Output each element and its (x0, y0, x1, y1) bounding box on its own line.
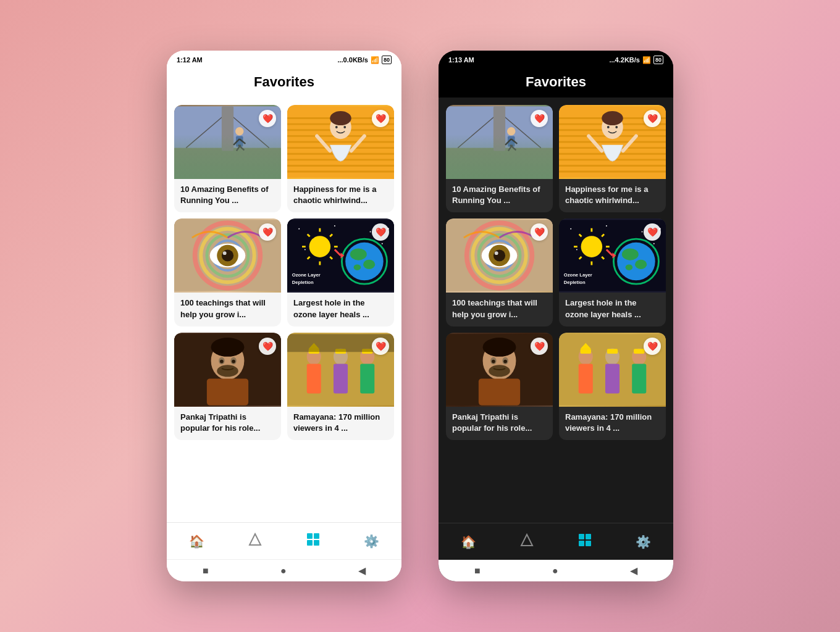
nav-categories-light[interactable] (241, 530, 269, 552)
svg-point-6 (235, 127, 243, 135)
svg-point-42 (370, 231, 371, 233)
svg-rect-177 (586, 534, 591, 539)
signal-dark: 📶 (642, 56, 651, 64)
nav-categories-dark[interactable] (513, 531, 541, 552)
svg-marker-175 (521, 534, 532, 546)
svg-rect-91 (446, 148, 553, 178)
card-running-2[interactable]: ❤️ 10 Amazing Benefits of Running You ..… (446, 105, 553, 212)
home-btn-dark[interactable]: ● (552, 565, 558, 576)
svg-point-135 (576, 249, 578, 251)
nav-favorites-light[interactable] (299, 530, 327, 552)
heart-btn-pankaj-1[interactable]: ❤️ (259, 338, 276, 355)
card-image-ozone-1: Ozone Layer Depletion ❤️ (287, 218, 394, 293)
favorites-icon-dark (578, 533, 592, 550)
svg-point-96 (507, 127, 515, 135)
settings-icon-dark: ⚙️ (636, 534, 651, 549)
card-title-ozone-2: Largest hole in the ozone layer heals ..… (559, 293, 666, 326)
nav-home-light[interactable]: 🏠 (182, 531, 212, 551)
svg-point-73 (217, 365, 238, 376)
svg-rect-68 (207, 378, 248, 405)
battery-light: 80 (382, 56, 392, 64)
svg-point-43 (382, 243, 383, 244)
back-btn-light[interactable]: ◀ (358, 565, 366, 576)
time-light: 1:12 AM (177, 56, 203, 64)
card-teachings-1[interactable]: ❤️ 100 teachings that will help you grow… (174, 218, 281, 326)
card-title-pankaj-1: Pankaj Tripathi is popular for his role.… (174, 407, 281, 440)
svg-point-117 (607, 126, 610, 128)
svg-point-56 (350, 249, 367, 260)
categories-icon-dark (520, 533, 534, 550)
phone-light: 1:12 AM ...0.0KB/s 📶 80 Favorites (167, 51, 401, 581)
heart-btn-running-2[interactable]: ❤️ (531, 110, 548, 127)
svg-rect-173 (632, 364, 646, 393)
heart-btn-running-1[interactable]: ❤️ (259, 110, 276, 127)
svg-text:Ozone Layer: Ozone Layer (564, 272, 592, 278)
card-running-1[interactable]: ❤️ 10 Amazing Benefits of Running You ..… (174, 105, 281, 212)
android-nav-light: ■ ● ◀ (167, 559, 401, 581)
card-image-ramayana-2: ❤️ (559, 333, 666, 407)
nav-settings-dark[interactable]: ⚙️ (628, 532, 658, 552)
card-happiness-2[interactable]: ❤️ Happiness for me is a chaotic whirlwi… (559, 105, 666, 212)
stop-btn-light[interactable]: ■ (203, 565, 209, 576)
card-teachings-2[interactable]: ❤️ 100 teachings that will help you grow… (446, 218, 553, 326)
svg-rect-167 (581, 349, 591, 354)
stop-btn-dark[interactable]: ■ (474, 565, 481, 576)
svg-point-46 (309, 236, 331, 258)
svg-point-71 (220, 359, 224, 363)
back-btn-dark[interactable]: ◀ (630, 565, 637, 576)
svg-rect-89 (314, 540, 319, 546)
card-title-ramayana-1: Ramayana: 170 million viewers in 4 ... (287, 407, 394, 440)
svg-point-58 (354, 265, 361, 271)
nav-favorites-dark[interactable] (571, 531, 599, 552)
card-image-ozone-2: Ozone Layer Depletion ❤️ (559, 218, 666, 293)
card-ramayana-1[interactable]: ❤️ Ramayana: 170 million viewers in 4 ..… (287, 333, 394, 440)
heart-btn-pankaj-2[interactable]: ❤️ (531, 338, 548, 355)
grid-dark: ❤️ 10 Amazing Benefits of Running You ..… (446, 105, 666, 440)
header-light: Favorites (167, 67, 401, 98)
svg-rect-1 (174, 148, 281, 178)
card-title-teachings-2: 100 teachings that will help you grow i.… (446, 293, 553, 326)
svg-rect-88 (307, 540, 313, 546)
svg-line-10 (237, 145, 241, 151)
heart-btn-ramayana-1[interactable]: ❤️ (372, 338, 389, 355)
svg-point-133 (653, 243, 655, 244)
home-btn-light[interactable]: ● (280, 565, 287, 576)
card-happiness-1[interactable]: ❤️ Happiness for me is a chaotic whirlwi… (287, 105, 394, 212)
card-pankaj-2[interactable]: ❤️ Pankaj Tripathi is popular for his ro… (446, 333, 553, 440)
card-pankaj-1[interactable]: ❤️ Pankaj Tripathi is popular for his ro… (174, 333, 281, 440)
bottom-nav-dark: 🏠 ⚙️ (439, 523, 673, 560)
card-ozone-1[interactable]: Ozone Layer Depletion ❤️ Largest hole in… (287, 218, 394, 326)
svg-rect-83 (360, 364, 374, 393)
heart-btn-happiness-1[interactable]: ❤️ (372, 110, 389, 127)
card-title-ramayana-2: Ramayana: 170 million viewers in 4 ... (559, 407, 666, 440)
svg-line-8 (233, 139, 240, 145)
nav-settings-light[interactable]: ⚙️ (356, 531, 387, 551)
svg-rect-5 (222, 106, 233, 151)
content-light: ❤️ 10 Amazing Benefits of Running You ..… (167, 98, 401, 522)
android-nav-dark: ■ ● ◀ (439, 560, 673, 581)
card-ramayana-2[interactable]: ❤️ Ramayana: 170 million viewers in 4 ..… (559, 333, 666, 440)
status-right-dark: ...4.2KB/s 📶 80 (609, 56, 663, 64)
heart-btn-ramayana-2[interactable]: ❤️ (644, 338, 661, 355)
svg-point-27 (335, 126, 338, 128)
heart-btn-happiness-2[interactable]: ❤️ (644, 110, 661, 127)
svg-marker-85 (250, 534, 261, 545)
header-title-light: Favorites (254, 74, 314, 89)
card-image-teachings-1: ❤️ (174, 218, 281, 293)
svg-line-11 (238, 145, 245, 151)
svg-rect-170 (605, 364, 620, 393)
svg-text:Depletion: Depletion (292, 280, 314, 286)
svg-rect-178 (579, 541, 584, 546)
svg-rect-174 (634, 349, 644, 354)
svg-rect-7 (236, 136, 243, 146)
svg-point-26 (330, 111, 351, 125)
svg-point-132 (642, 231, 643, 233)
card-ozone-2[interactable]: Ozone Layer Depletion ❤️ Largest hole in… (559, 218, 666, 326)
svg-point-146 (622, 249, 639, 260)
svg-point-162 (503, 359, 507, 363)
card-image-happiness-1: ❤️ (287, 105, 394, 179)
card-title-happiness-2: Happiness for me is a chaotic whirlwind.… (559, 179, 666, 212)
nav-home-dark[interactable]: 🏠 (453, 532, 484, 552)
svg-point-148 (626, 265, 633, 271)
svg-point-129 (570, 228, 571, 230)
